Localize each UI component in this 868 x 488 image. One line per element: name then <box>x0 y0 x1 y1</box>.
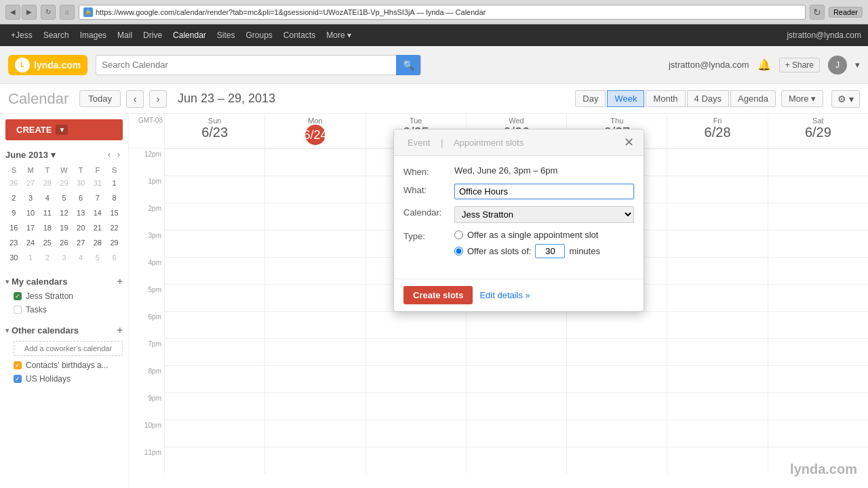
hour-cell[interactable] <box>768 230 868 257</box>
week-view-button[interactable]: Week <box>607 90 644 107</box>
day-col-mon[interactable] <box>264 148 365 474</box>
add-coworker-button[interactable]: Add a coworker's calendar <box>14 341 123 356</box>
day-col-sat[interactable] <box>768 148 868 474</box>
hour-cell[interactable] <box>667 176 767 203</box>
hour-cell[interactable] <box>667 338 767 365</box>
mini-cal-day[interactable]: 17 <box>22 220 39 235</box>
hour-cell[interactable] <box>165 447 264 474</box>
reader-button[interactable]: Reader <box>829 7 863 18</box>
mini-cal-day[interactable]: 1 <box>22 250 39 265</box>
address-bar[interactable]: 🔒 https://www.google.com/calendar/render… <box>79 5 806 20</box>
search-bar[interactable]: 🔍 <box>96 55 421 75</box>
day-header-sun[interactable]: Sun 6/23 <box>164 114 264 148</box>
hour-cell[interactable] <box>366 447 466 474</box>
what-input[interactable] <box>454 184 634 199</box>
mini-cal-day[interactable]: 26 <box>56 235 73 250</box>
hour-cell[interactable] <box>265 420 365 447</box>
mini-cal-day[interactable]: 31 <box>90 176 106 190</box>
hour-cell[interactable] <box>265 203 365 230</box>
mini-cal-day[interactable]: 26 <box>5 176 22 190</box>
mini-cal-day[interactable]: 3 <box>56 250 73 265</box>
mini-cal-day[interactable]: 13 <box>73 205 90 220</box>
hour-cell[interactable] <box>467 338 566 365</box>
hour-cell[interactable] <box>667 203 767 230</box>
mini-cal-day[interactable]: 7 <box>90 190 106 205</box>
search-input[interactable] <box>96 60 396 70</box>
hour-cell[interactable] <box>165 176 264 203</box>
mini-cal-day[interactable]: 22 <box>106 220 123 235</box>
nav-jess[interactable]: +Jess <box>7 29 37 41</box>
search-button[interactable]: 🔍 <box>396 55 420 75</box>
hour-cell[interactable] <box>165 392 264 420</box>
day-view-button[interactable]: Day <box>575 90 606 107</box>
hour-cell[interactable] <box>265 176 365 203</box>
hour-cell[interactable] <box>467 447 566 474</box>
mini-cal-day[interactable]: 30 <box>73 176 90 190</box>
hour-cell[interactable] <box>667 284 767 311</box>
hour-cell[interactable] <box>667 230 767 257</box>
hour-cell[interactable] <box>265 392 365 420</box>
mini-cal-day[interactable]: 11 <box>39 205 56 220</box>
hour-cell[interactable] <box>768 420 868 447</box>
hour-cell[interactable] <box>667 365 767 392</box>
hour-cell[interactable] <box>667 420 767 447</box>
calendar-item-birthdays[interactable]: ✓ Contacts' birthdays a... <box>5 359 123 372</box>
month-view-button[interactable]: Month <box>646 90 685 107</box>
nav-groups[interactable]: Groups <box>242 29 277 41</box>
mini-cal-day[interactable]: 16 <box>5 220 22 235</box>
mini-cal-day[interactable]: 4 <box>39 190 56 205</box>
hour-cell[interactable] <box>467 392 566 420</box>
avatar-dropdown-icon[interactable]: ▾ <box>855 60 860 70</box>
single-slot-radio[interactable] <box>454 230 463 239</box>
mini-cal-day[interactable]: 28 <box>90 235 106 250</box>
mini-cal-day[interactable]: 1 <box>106 176 123 190</box>
hour-cell[interactable] <box>567 365 667 392</box>
hour-cell[interactable] <box>667 392 767 420</box>
mini-cal-day[interactable]: 20 <box>73 220 90 235</box>
mini-cal-day[interactable]: 25 <box>39 235 56 250</box>
next-button[interactable]: › <box>149 90 167 108</box>
mini-cal-day[interactable]: 29 <box>56 176 73 190</box>
hour-cell[interactable] <box>768 257 868 284</box>
hour-cell[interactable] <box>667 257 767 284</box>
mini-cal-day[interactable]: 21 <box>90 220 106 235</box>
mini-cal-day[interactable]: 6 <box>73 190 90 205</box>
home-button[interactable]: ⌂ <box>60 5 75 20</box>
calendar-item-holidays[interactable]: ✓ US Holidays <box>5 372 123 386</box>
nav-mail[interactable]: Mail <box>113 29 136 41</box>
day-col-sun[interactable] <box>164 148 264 474</box>
dialog-close-button[interactable]: ✕ <box>624 136 634 148</box>
day-header-fri[interactable]: Fri 6/28 <box>667 114 767 148</box>
mini-cal-title[interactable]: June 2013 ▾ <box>5 150 56 160</box>
day-header-sat[interactable]: Sat 6/29 <box>768 114 868 148</box>
nav-sites[interactable]: Sites <box>213 29 239 41</box>
mini-cal-day[interactable]: 29 <box>106 235 123 250</box>
mini-cal-day[interactable]: 19 <box>56 220 73 235</box>
mini-cal-day[interactable]: 10 <box>22 205 39 220</box>
hour-cell[interactable] <box>165 311 264 338</box>
mini-cal-day[interactable]: 28 <box>39 176 56 190</box>
mini-cal-day[interactable]: 15 <box>106 205 123 220</box>
hour-cell[interactable] <box>265 311 365 338</box>
edit-details-link[interactable]: Edit details » <box>479 290 530 300</box>
hour-cell[interactable] <box>768 284 868 311</box>
other-calendars-add-icon[interactable]: + <box>117 325 123 336</box>
mini-cal-day[interactable]: 14 <box>90 205 106 220</box>
mini-cal-day[interactable]: 9 <box>5 205 22 220</box>
hour-cell[interactable] <box>768 338 868 365</box>
mini-cal-day[interactable]: 5 <box>90 250 106 265</box>
mini-cal-day[interactable]: 2 <box>39 250 56 265</box>
hour-cell[interactable] <box>667 311 767 338</box>
hour-cell[interactable] <box>265 257 365 284</box>
back-button[interactable]: ◀ <box>5 5 20 20</box>
nav-contacts[interactable]: Contacts <box>279 29 319 41</box>
hour-cell[interactable] <box>768 365 868 392</box>
hour-cell[interactable] <box>165 148 264 176</box>
mini-cal-day[interactable]: 30 <box>5 250 22 265</box>
hour-cell[interactable] <box>768 392 868 420</box>
hour-cell[interactable] <box>265 284 365 311</box>
hour-cell[interactable] <box>265 148 365 176</box>
4days-view-button[interactable]: 4 Days <box>687 90 729 107</box>
mini-cal-day[interactable]: 4 <box>73 250 90 265</box>
hour-cell[interactable] <box>165 257 264 284</box>
